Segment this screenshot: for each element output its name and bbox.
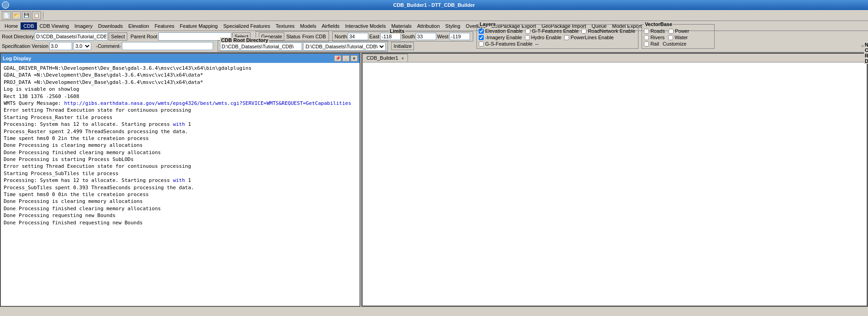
powerlines-label: PowerLines xyxy=(570,35,596,40)
rail-checkbox[interactable] xyxy=(644,41,649,47)
log-line: Done Processing is starting Process SubL… xyxy=(4,156,357,163)
toolbar-separator xyxy=(43,12,43,19)
menu-cdb-viewing[interactable]: CDB Viewing xyxy=(37,22,72,30)
menu-textures[interactable]: Textures xyxy=(273,22,298,30)
rivers-checkbox[interactable] xyxy=(644,35,649,40)
east-input[interactable] xyxy=(380,33,401,40)
power-label: Power xyxy=(675,28,689,34)
new-button[interactable]: 📄 xyxy=(2,11,11,20)
roads-checkbox[interactable] xyxy=(644,29,649,34)
saveas-button[interactable]: 📋 xyxy=(32,11,41,20)
west-input[interactable] xyxy=(450,33,470,40)
gt-features-label: G-T-Features xyxy=(532,28,561,34)
roadnetwork-checkbox[interactable] xyxy=(581,29,586,34)
comment-label: -Comment- xyxy=(96,43,121,49)
powerlines-checkbox[interactable] xyxy=(564,35,569,40)
west-label: West xyxy=(437,34,449,39)
new-cdb-root-label: New CDB Root Directory xyxy=(864,42,868,64)
title-bar: CDB_Builder1 - DTT_CDB_Builder xyxy=(0,0,868,10)
log-pin-button[interactable]: 📌 xyxy=(334,55,341,62)
log-line: Error setting Thread Execution state for… xyxy=(4,163,357,170)
log-line: Log is visable on showlog xyxy=(4,86,357,93)
log-line: Done Processing is clearing memory alloc… xyxy=(4,142,357,149)
save-button[interactable]: 💾 xyxy=(22,11,31,20)
log-line: Done Processing requesting new Bounds xyxy=(4,212,357,219)
panels-area: Log Display 📌 _ × GDAL_DRIVER_PATH=N:\De… xyxy=(0,53,868,307)
vectorbase-group: VectorBase Roads Power Rivers Water Rail… xyxy=(642,24,715,49)
roads-label: Roads xyxy=(650,28,665,34)
log-line: Process_SubTiles spent 0.393 ThreadSecon… xyxy=(4,184,357,191)
menu-cdb[interactable]: CDB xyxy=(21,22,37,30)
menu-models[interactable]: Models xyxy=(298,22,319,30)
menu-feature-mapping[interactable]: Feature Mapping xyxy=(177,22,220,30)
cdb-builder-tab-close[interactable]: × xyxy=(402,56,404,61)
gs-features-checkbox[interactable] xyxy=(479,41,484,47)
north-input[interactable] xyxy=(348,33,368,40)
south-label: South xyxy=(402,34,415,39)
customize-label: Customize xyxy=(663,41,686,47)
select-button-1[interactable]: Select xyxy=(109,32,127,41)
toolbar: 📄 📂 💾 📋 xyxy=(0,10,868,21)
imagery-checkbox[interactable] xyxy=(479,35,484,40)
layers-group: Layers Elevation Enable G-T-Features Ena… xyxy=(476,24,638,49)
rivers-label: Rivers xyxy=(650,35,664,40)
log-line: Time spent hms0 0 0in the tile createion… xyxy=(4,191,357,198)
log-line: WMTS Query Message: http://gibs.earthdat… xyxy=(4,100,357,107)
roadnetwork-label: RoadNetwork xyxy=(588,28,618,34)
log-line: PROJ_DATA =N:\Development\Dev_Base\gdal-… xyxy=(4,79,357,86)
spec-version-input[interactable] xyxy=(49,42,72,50)
log-line: Time spent hms0 0 2in the tile createion… xyxy=(4,135,357,142)
log-close-button[interactable]: × xyxy=(350,55,358,62)
elevation-enable-label: Enable xyxy=(507,28,523,34)
log-line: Starting Process_Raster tile process xyxy=(4,114,357,121)
status-label: Status xyxy=(286,34,300,39)
root-directory-input[interactable] xyxy=(35,32,108,41)
menu-features[interactable]: Features xyxy=(152,22,177,30)
log-line: Done Processing finished requesting new … xyxy=(4,219,357,226)
cdb-builder-tab[interactable]: CDB_Builder1 × xyxy=(362,54,408,62)
water-checkbox[interactable] xyxy=(668,35,673,40)
menu-bar: Home CDB CDB Viewing Imagery Downloads E… xyxy=(0,21,868,31)
elevation-checkbox[interactable] xyxy=(479,29,484,34)
power-checkbox[interactable] xyxy=(669,29,674,34)
spec-version-dropdown[interactable]: 3.0 xyxy=(73,42,91,50)
log-header-controls: 📌 _ × xyxy=(334,55,358,62)
gt-features-checkbox[interactable] xyxy=(525,29,530,34)
menu-downloads[interactable]: Downloads xyxy=(95,22,125,30)
config-area: Root Directory Select Parent Root Select… xyxy=(0,31,868,53)
layers-title: Layers xyxy=(479,21,497,27)
root-dir-dropdown[interactable]: D:\CDB_Datasets\Tutorial_CDB\ xyxy=(303,42,386,51)
log-header: Log Display 📌 _ × xyxy=(1,54,360,63)
root-directories-input[interactable] xyxy=(220,42,302,51)
imagery-label: -Imagery xyxy=(485,35,505,40)
cdb-root-dir-label: CDB Root Directory xyxy=(220,37,269,43)
east-label: East xyxy=(369,34,379,39)
builder-panel: CDB_Builder1 × xyxy=(361,53,868,307)
rail-label: Rail xyxy=(650,41,659,47)
hydro-checkbox[interactable] xyxy=(525,35,530,40)
comment-input[interactable] xyxy=(122,42,213,50)
log-line: Done Processing finished clearing memory… xyxy=(4,149,357,156)
menu-styling[interactable]: Styling xyxy=(443,22,463,30)
log-line: Processing: System has 12 to allocate. S… xyxy=(4,177,357,184)
initialize-button[interactable]: Initialize xyxy=(391,42,414,50)
window-title: CDB_Builder1 - DTT_CDB_Builder xyxy=(393,2,475,8)
log-line: GDAL_DRIVER_PATH=N:\Development\Dev_Base… xyxy=(4,65,357,72)
open-button[interactable]: 📂 xyxy=(12,11,21,20)
menu-attribution[interactable]: Attribution xyxy=(414,22,443,30)
hydro-label: Hydro xyxy=(531,35,544,40)
log-line: Starting Process_SubTiles tile process xyxy=(4,170,357,177)
menu-elevation[interactable]: Elevation xyxy=(125,22,152,30)
menu-imagery[interactable]: Imagery xyxy=(72,22,95,30)
gs-features-label: G-S-Features xyxy=(485,41,516,47)
menu-airfields[interactable]: Airfields xyxy=(319,22,342,30)
menu-home[interactable]: Home xyxy=(2,22,21,30)
log-line: Done Processing finished clearing memory… xyxy=(4,205,357,212)
menu-interactive-models[interactable]: Interactive Models xyxy=(342,22,388,30)
menu-specialized-features[interactable]: Specialized Features xyxy=(220,22,273,30)
south-input[interactable] xyxy=(416,33,436,40)
north-label: North xyxy=(335,34,347,39)
cdb-builder-tab-label: CDB_Builder1 xyxy=(366,55,398,61)
from-cdb-label: From CDB xyxy=(302,34,326,39)
log-minimize-button[interactable]: _ xyxy=(342,55,350,62)
